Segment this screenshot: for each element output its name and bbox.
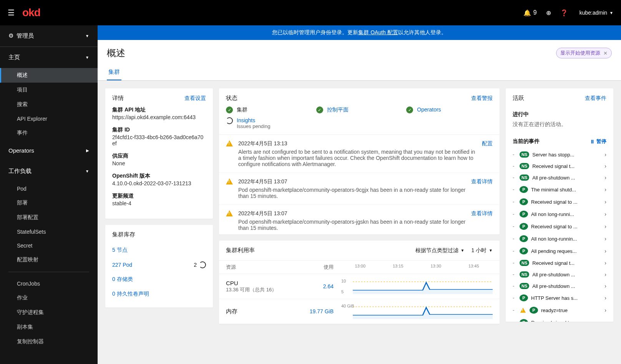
- chevron-right-icon: ›: [604, 283, 606, 289]
- time-label: 13:15: [393, 264, 403, 271]
- event-row[interactable]: -NSServer has stopp...›: [513, 149, 606, 160]
- nav-section-operators[interactable]: Operators ▶: [0, 140, 98, 161]
- event-text: All pre-shutdown ...: [532, 283, 601, 289]
- view-settings-link[interactable]: 查看设置: [184, 95, 206, 102]
- event-row[interactable]: -PThe minimal shutd...›: [513, 183, 606, 196]
- notifications-icon[interactable]: 🔔 9: [523, 9, 537, 17]
- event-text: Received signal to ...: [531, 224, 601, 229]
- namespace-badge: NS: [520, 260, 529, 266]
- nav-item-statefulsets[interactable]: StatefulSets: [0, 225, 98, 239]
- event-row[interactable]: -PReceived signal to ...›: [513, 316, 606, 322]
- nav-item-cronjobs[interactable]: CronJobs: [0, 277, 98, 291]
- event-row[interactable]: -Preadyz=true›: [513, 304, 606, 316]
- perspective-switcher[interactable]: ⚙管理员 ▼: [0, 25, 98, 47]
- hamburger-icon[interactable]: ☰: [8, 8, 15, 17]
- status-link[interactable]: 控制平面: [327, 106, 349, 113]
- event-row[interactable]: -NSAll pre-shutdown ...›: [513, 280, 606, 292]
- event-row[interactable]: -NSAll pre-shutdown ...›: [513, 269, 606, 280]
- dash: -: [513, 307, 516, 313]
- details-card: 详情 查看设置 集群 API 地址https://api.okd4.exampl…: [105, 88, 213, 219]
- alert-time: 2022年4月5日 13:13: [238, 140, 477, 147]
- event-row[interactable]: -NSReceived signal t...›: [513, 257, 606, 269]
- event-row[interactable]: -PAll non long-runni...›: [513, 208, 606, 220]
- ongoing-label: 进行中: [513, 106, 606, 121]
- nav-item-overview[interactable]: 概述: [0, 68, 98, 83]
- warning-icon: [226, 140, 233, 146]
- alert-action-link[interactable]: 配置: [482, 140, 493, 167]
- oauth-config-link[interactable]: 集群 OAuth 配置: [358, 29, 398, 35]
- chevron-right-icon: ›: [604, 307, 606, 313]
- inventory-link[interactable]: 0 持久性卷声明: [112, 291, 149, 298]
- detail-value: 4.10.0-0.okd-2022-03-07-131213: [112, 180, 206, 186]
- event-row[interactable]: -PReceived signal to ...›: [513, 196, 606, 208]
- event-text: All pre-shutdown ...: [532, 272, 601, 278]
- view-alerts-link[interactable]: 查看警报: [471, 95, 493, 102]
- nav-item-deployment-configs[interactable]: 部署配置: [0, 210, 98, 225]
- nav-item-secrets[interactable]: Secret: [0, 239, 98, 253]
- status-link[interactable]: Operators: [417, 106, 441, 113]
- chevron-down-icon: ▼: [85, 34, 89, 38]
- content: 您已以临时管理用户身份登录。更新集群 OAuth 配置以允许其他人登录。 概述 …: [98, 25, 621, 364]
- event-text: Received signal t...: [532, 163, 601, 169]
- resource-value[interactable]: 2.64: [303, 283, 341, 289]
- sparkline: 105: [341, 279, 493, 294]
- chevron-right-icon: ›: [604, 295, 606, 301]
- spinner-icon: [199, 261, 206, 268]
- nav-section-home[interactable]: 主页 ▼: [0, 47, 98, 68]
- alert-action-link[interactable]: 查看详情: [471, 210, 493, 231]
- check-icon: ✓: [406, 106, 413, 113]
- sidebar: ⚙管理员 ▼ 主页 ▼ 概述 项目 搜索 API Explorer 事件 Ope…: [0, 25, 98, 364]
- filter-node-type[interactable]: 根据节点类型过滤 ▼: [415, 247, 465, 254]
- view-events-link[interactable]: 查看事件: [585, 95, 606, 102]
- user-menu[interactable]: kube:admin▼: [579, 10, 613, 16]
- event-row[interactable]: -NSAll pre-shutdown ...›: [513, 172, 606, 183]
- chevron-down-icon: ▼: [461, 248, 465, 253]
- nav-item-api-explorer[interactable]: API Explorer: [0, 112, 98, 126]
- alert-action-link[interactable]: 查看详情: [471, 178, 493, 199]
- event-row[interactable]: -PReceived signal to ...›: [513, 220, 606, 233]
- chevron-right-icon: ›: [604, 260, 606, 266]
- nav-item-deployments[interactable]: 部署: [0, 196, 98, 210]
- detail-key: 集群 ID: [112, 126, 206, 133]
- event-row[interactable]: -PHTTP Server has s...›: [513, 292, 606, 304]
- resource-value[interactable]: 19.77 GiB: [303, 308, 341, 314]
- nav-item-configmaps[interactable]: 配置映射: [0, 253, 98, 267]
- status-link[interactable]: Insights: [237, 117, 255, 123]
- tab-cluster[interactable]: 集群: [107, 65, 121, 80]
- col-usage: 使用: [303, 264, 341, 271]
- event-row[interactable]: -NSReceived signal t...›: [513, 160, 606, 172]
- dash: -: [513, 295, 516, 301]
- pending-count: 2: [194, 261, 206, 268]
- getting-started-hint[interactable]: 显示开始使用资源 ✕: [556, 48, 612, 58]
- inventory-card: 集群库存 5 节点227 Pod2 0 存储类0 持久性卷声明: [105, 225, 213, 307]
- nav-item-daemonsets[interactable]: 守护进程集: [0, 305, 98, 320]
- filter-time-range[interactable]: 1 小时 ▼: [471, 247, 493, 254]
- nav-item-replication-controllers[interactable]: 复制控制器: [0, 334, 98, 349]
- logo[interactable]: okd: [22, 7, 40, 19]
- activity-card: 活跃 查看事件 进行中 没有正在进行的活动。 当前的事件 ⏸暂停 -NSServ…: [506, 88, 613, 322]
- help-icon[interactable]: ❓: [560, 9, 568, 17]
- nav-item-jobs[interactable]: 作业: [0, 291, 98, 305]
- alerts-list[interactable]: 2022年4月5日 13:13Alerts are not configured…: [219, 135, 500, 234]
- nav-item-replicasets[interactable]: 副本集: [0, 320, 98, 334]
- inventory-link[interactable]: 227 Pod: [112, 262, 132, 268]
- alert-message: Pod openshift-marketplace/community-oper…: [238, 187, 466, 199]
- chevron-down-icon: ▼: [489, 248, 493, 253]
- namespace-badge: NS: [520, 271, 529, 278]
- inventory-link[interactable]: 5 节点: [112, 247, 128, 254]
- event-row[interactable]: -PAll pending reques...›: [513, 245, 606, 257]
- add-icon[interactable]: ⊕: [546, 9, 551, 17]
- nav-item-projects[interactable]: 项目: [0, 83, 98, 97]
- event-text: HTTP Server has s...: [531, 295, 601, 301]
- nav-section-workloads[interactable]: 工作负载 ▼: [0, 161, 98, 182]
- pause-button[interactable]: ⏸暂停: [590, 138, 606, 145]
- nav-item-search[interactable]: 搜索: [0, 97, 98, 112]
- event-row[interactable]: -PAll non long-runnin...›: [513, 233, 606, 245]
- details-title: 详情: [112, 95, 124, 102]
- nav-item-pods[interactable]: Pod: [0, 182, 98, 196]
- detail-value: 2f4cfd1c-f333-4bc6-b266-3ad0ce6a70ef: [112, 134, 206, 146]
- close-icon[interactable]: ✕: [603, 50, 608, 56]
- nav-item-events[interactable]: 事件: [0, 126, 98, 140]
- inventory-link[interactable]: 0 存储类: [112, 276, 133, 283]
- divider: [8, 272, 89, 272]
